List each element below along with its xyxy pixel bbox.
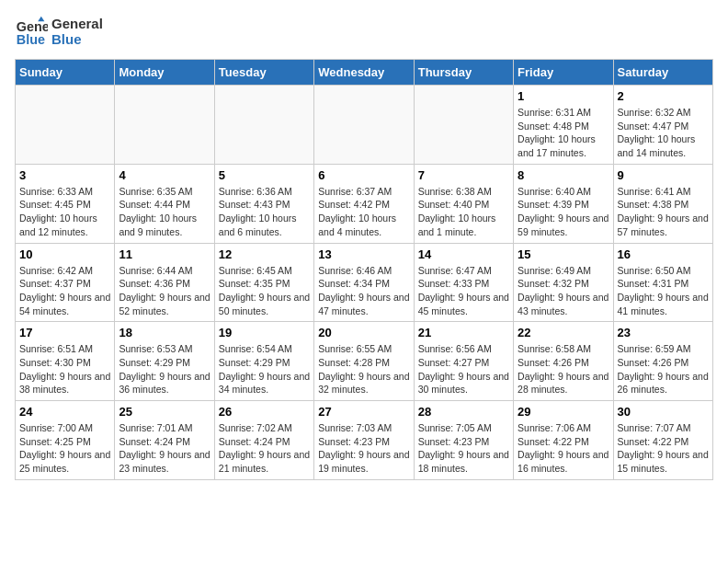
day-detail: Sunrise: 6:33 AMSunset: 4:45 PMDaylight:…: [19, 185, 110, 239]
day-detail: Sunrise: 6:42 AMSunset: 4:37 PMDaylight:…: [19, 264, 110, 318]
day-detail: Sunrise: 6:44 AMSunset: 4:36 PMDaylight:…: [119, 264, 210, 318]
calendar-cell: [314, 86, 414, 165]
calendar-cell: 8Sunrise: 6:40 AMSunset: 4:39 PMDaylight…: [514, 164, 613, 243]
weekday-header-thursday: Thursday: [414, 60, 513, 86]
day-number: 13: [318, 247, 409, 261]
calendar-cell: 30Sunrise: 7:07 AMSunset: 4:22 PMDayligh…: [613, 401, 712, 480]
day-detail: Sunrise: 7:03 AMSunset: 4:23 PMDaylight:…: [318, 421, 409, 476]
day-number: 11: [119, 247, 210, 261]
day-detail: Sunrise: 6:58 AMSunset: 4:26 PMDaylight:…: [518, 342, 609, 396]
day-detail: Sunrise: 7:02 AMSunset: 4:24 PMDaylight:…: [219, 421, 310, 476]
day-number: 28: [418, 405, 509, 419]
day-number: 15: [518, 247, 609, 261]
day-number: 7: [418, 168, 509, 182]
day-detail: Sunrise: 7:06 AMSunset: 4:22 PMDaylight:…: [518, 421, 609, 476]
day-detail: Sunrise: 6:38 AMSunset: 4:40 PMDaylight:…: [418, 185, 509, 239]
day-detail: Sunrise: 6:59 AMSunset: 4:26 PMDaylight:…: [618, 342, 709, 396]
day-number: 20: [318, 326, 409, 339]
day-number: 9: [618, 168, 709, 182]
day-detail: Sunrise: 6:32 AMSunset: 4:47 PMDaylight:…: [618, 106, 709, 160]
calendar-cell: 2Sunrise: 6:32 AMSunset: 4:47 PMDaylight…: [613, 86, 712, 165]
weekday-header-tuesday: Tuesday: [214, 60, 313, 86]
day-number: 22: [518, 326, 609, 339]
day-number: 12: [219, 247, 310, 261]
calendar-week-1: 1Sunrise: 6:31 AMSunset: 4:48 PMDaylight…: [16, 86, 713, 165]
calendar-cell: [115, 86, 214, 165]
day-detail: Sunrise: 6:50 AMSunset: 4:31 PMDaylight:…: [618, 264, 709, 318]
calendar-cell: 15Sunrise: 6:49 AMSunset: 4:32 PMDayligh…: [514, 243, 613, 322]
weekday-header-row: SundayMondayTuesdayWednesdayThursdayFrid…: [16, 60, 713, 86]
calendar-cell: 1Sunrise: 6:31 AMSunset: 4:48 PMDaylight…: [514, 86, 613, 165]
weekday-header-friday: Friday: [514, 60, 613, 86]
calendar-week-5: 24Sunrise: 7:00 AMSunset: 4:25 PMDayligh…: [16, 401, 713, 480]
day-detail: Sunrise: 6:53 AMSunset: 4:29 PMDaylight:…: [119, 342, 210, 396]
logo-line2: Blue: [51, 31, 103, 47]
calendar-cell: 7Sunrise: 6:38 AMSunset: 4:40 PMDaylight…: [414, 164, 513, 243]
day-number: 29: [518, 405, 609, 419]
day-number: 2: [618, 89, 709, 103]
calendar-cell: 29Sunrise: 7:06 AMSunset: 4:22 PMDayligh…: [514, 401, 613, 480]
day-detail: Sunrise: 7:07 AMSunset: 4:22 PMDaylight:…: [618, 421, 709, 476]
svg-text:Blue: Blue: [17, 32, 45, 47]
logo: General Blue General Blue: [15, 15, 103, 48]
day-detail: Sunrise: 6:46 AMSunset: 4:34 PMDaylight:…: [318, 264, 409, 318]
day-number: 18: [119, 326, 210, 339]
calendar-cell: 24Sunrise: 7:00 AMSunset: 4:25 PMDayligh…: [16, 401, 115, 480]
day-number: 16: [618, 247, 709, 261]
day-number: 14: [418, 247, 509, 261]
day-detail: Sunrise: 6:35 AMSunset: 4:44 PMDaylight:…: [119, 185, 210, 239]
day-detail: Sunrise: 6:51 AMSunset: 4:30 PMDaylight:…: [19, 342, 110, 396]
day-detail: Sunrise: 6:36 AMSunset: 4:43 PMDaylight:…: [219, 185, 310, 239]
day-number: 1: [518, 89, 609, 103]
calendar-cell: 28Sunrise: 7:05 AMSunset: 4:23 PMDayligh…: [414, 401, 513, 480]
calendar-cell: [414, 86, 513, 165]
day-number: 24: [19, 405, 110, 419]
calendar-week-4: 17Sunrise: 6:51 AMSunset: 4:30 PMDayligh…: [16, 322, 713, 401]
day-number: 8: [518, 168, 609, 182]
calendar-cell: 11Sunrise: 6:44 AMSunset: 4:36 PMDayligh…: [115, 243, 214, 322]
day-number: 4: [119, 168, 210, 182]
day-number: 21: [418, 326, 509, 339]
day-detail: Sunrise: 6:47 AMSunset: 4:33 PMDaylight:…: [418, 264, 509, 318]
calendar-cell: 21Sunrise: 6:56 AMSunset: 4:27 PMDayligh…: [414, 322, 513, 401]
calendar-cell: 22Sunrise: 6:58 AMSunset: 4:26 PMDayligh…: [514, 322, 613, 401]
calendar-cell: [16, 86, 115, 165]
calendar-cell: 10Sunrise: 6:42 AMSunset: 4:37 PMDayligh…: [16, 243, 115, 322]
calendar-header: SundayMondayTuesdayWednesdayThursdayFrid…: [16, 60, 713, 86]
calendar-cell: 27Sunrise: 7:03 AMSunset: 4:23 PMDayligh…: [314, 401, 414, 480]
calendar-cell: 9Sunrise: 6:41 AMSunset: 4:38 PMDaylight…: [613, 164, 712, 243]
weekday-header-sunday: Sunday: [16, 60, 115, 86]
logo-line1: General: [51, 16, 103, 31]
page-header: General Blue General Blue: [15, 15, 713, 48]
day-number: 25: [119, 405, 210, 419]
day-detail: Sunrise: 6:40 AMSunset: 4:39 PMDaylight:…: [518, 185, 609, 239]
day-detail: Sunrise: 6:56 AMSunset: 4:27 PMDaylight:…: [418, 342, 509, 396]
weekday-header-wednesday: Wednesday: [314, 60, 414, 86]
day-number: 23: [618, 326, 709, 339]
day-detail: Sunrise: 6:45 AMSunset: 4:35 PMDaylight:…: [219, 264, 310, 318]
calendar-cell: 26Sunrise: 7:02 AMSunset: 4:24 PMDayligh…: [214, 401, 313, 480]
day-number: 27: [318, 405, 409, 419]
calendar-cell: 16Sunrise: 6:50 AMSunset: 4:31 PMDayligh…: [613, 243, 712, 322]
calendar-cell: 3Sunrise: 6:33 AMSunset: 4:45 PMDaylight…: [16, 164, 115, 243]
day-detail: Sunrise: 6:41 AMSunset: 4:38 PMDaylight:…: [618, 185, 709, 239]
calendar-cell: 19Sunrise: 6:54 AMSunset: 4:29 PMDayligh…: [214, 322, 313, 401]
calendar-table: SundayMondayTuesdayWednesdayThursdayFrid…: [15, 59, 713, 480]
calendar-cell: 20Sunrise: 6:55 AMSunset: 4:28 PMDayligh…: [314, 322, 414, 401]
day-detail: Sunrise: 6:31 AMSunset: 4:48 PMDaylight:…: [518, 106, 609, 160]
day-detail: Sunrise: 7:01 AMSunset: 4:24 PMDaylight:…: [119, 421, 210, 476]
calendar-cell: 12Sunrise: 6:45 AMSunset: 4:35 PMDayligh…: [214, 243, 313, 322]
day-detail: Sunrise: 6:49 AMSunset: 4:32 PMDaylight:…: [518, 264, 609, 318]
day-number: 3: [19, 168, 110, 182]
weekday-header-saturday: Saturday: [613, 60, 712, 86]
calendar-cell: 4Sunrise: 6:35 AMSunset: 4:44 PMDaylight…: [115, 164, 214, 243]
day-detail: Sunrise: 6:54 AMSunset: 4:29 PMDaylight:…: [219, 342, 310, 396]
day-number: 26: [219, 405, 310, 419]
day-number: 10: [19, 247, 110, 261]
day-number: 5: [219, 168, 310, 182]
logo-icon: General Blue: [15, 15, 48, 48]
calendar-week-2: 3Sunrise: 6:33 AMSunset: 4:45 PMDaylight…: [16, 164, 713, 243]
day-detail: Sunrise: 7:05 AMSunset: 4:23 PMDaylight:…: [418, 421, 509, 476]
day-number: 19: [219, 326, 310, 339]
calendar-week-3: 10Sunrise: 6:42 AMSunset: 4:37 PMDayligh…: [16, 243, 713, 322]
